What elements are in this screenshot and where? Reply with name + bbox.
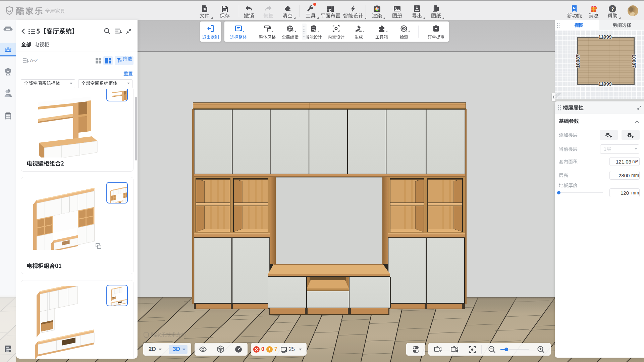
svg-text:?: ?	[611, 6, 614, 12]
